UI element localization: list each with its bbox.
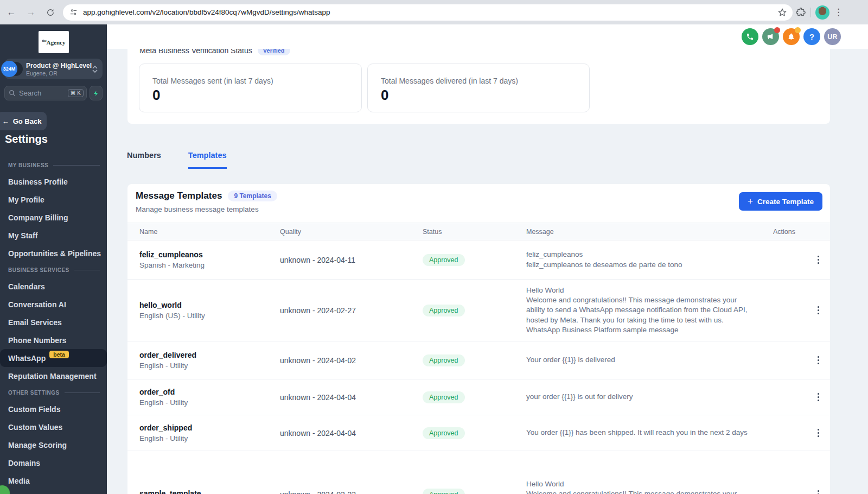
templates-table: Name Quality Status Message Actions feli… bbox=[127, 223, 830, 494]
extensions-icon[interactable] bbox=[796, 7, 806, 17]
sidebar-item-email-services[interactable]: Email Services bbox=[0, 313, 107, 331]
site-info-icon[interactable] bbox=[69, 8, 78, 16]
verification-label: Meta Business Verification Status bbox=[139, 49, 252, 55]
forward-icon[interactable]: → bbox=[23, 4, 39, 21]
sidebar-item-my-staff[interactable]: My Staff bbox=[0, 226, 107, 244]
main-content: Meta Business Verification Status Verifi… bbox=[107, 49, 868, 494]
template-language: English (US) - Utility bbox=[139, 312, 280, 320]
template-name: sample_template bbox=[139, 489, 280, 494]
sidebar-item-custom-values[interactable]: Custom Values bbox=[0, 418, 107, 436]
template-quality: unknown - 2024-02-22 bbox=[280, 490, 423, 494]
chevron-updown-icon bbox=[92, 66, 98, 73]
template-name: hello_world bbox=[139, 301, 280, 309]
sidebar: theAgency 324M Product @ HighLevel Eugen… bbox=[0, 24, 107, 494]
col-name: Name bbox=[127, 228, 280, 236]
templates-count-badge: 9 Templates bbox=[228, 191, 277, 201]
template-quality: unknown - 2024-04-11 bbox=[280, 256, 423, 264]
search-field[interactable]: ⌘ K bbox=[4, 86, 87, 100]
help-button[interactable]: ? bbox=[803, 28, 820, 45]
phone-button[interactable] bbox=[742, 28, 758, 45]
beta-badge: beta bbox=[49, 351, 69, 358]
section-label-my-business: MY BUSINESS bbox=[8, 162, 48, 168]
templates-subtitle: Manage business message templates bbox=[136, 205, 277, 213]
sidebar-item-business-profile[interactable]: Business Profile bbox=[0, 173, 107, 191]
status-badge: Approved bbox=[423, 489, 465, 494]
browser-profile-avatar[interactable] bbox=[815, 5, 829, 20]
row-actions-icon[interactable] bbox=[807, 427, 830, 440]
col-status: Status bbox=[423, 228, 526, 236]
template-language: Spanish - Marketing bbox=[139, 261, 280, 269]
template-message: your order {{1}} is out for delivery bbox=[526, 392, 773, 402]
row-actions-icon[interactable] bbox=[807, 304, 830, 317]
go-back-button[interactable]: ← Go Back bbox=[0, 112, 47, 130]
announcements-button[interactable] bbox=[762, 28, 779, 45]
location-switcher[interactable]: 324M Product @ HighLevel Eugene, OR bbox=[4, 59, 103, 79]
quick-actions-button[interactable] bbox=[90, 86, 103, 100]
col-actions: Actions bbox=[773, 228, 830, 236]
chat-widget[interactable] bbox=[0, 485, 10, 494]
status-badge: Approved bbox=[423, 305, 465, 316]
sidebar-item-reputation-management[interactable]: Reputation Management bbox=[0, 367, 107, 385]
stat-label: Total Messages delivered (in last 7 days… bbox=[381, 77, 589, 85]
notification-dot bbox=[774, 27, 780, 33]
bookmark-star-icon[interactable] bbox=[777, 8, 787, 17]
browser-menu-icon[interactable]: ⋮ bbox=[829, 8, 847, 17]
logo-prefix: the bbox=[42, 39, 47, 42]
table-row: order_shipped English - Utility unknown … bbox=[127, 415, 830, 451]
settings-nav: MY BUSINESS Business Profile My Profile … bbox=[0, 157, 107, 485]
sidebar-item-custom-fields[interactable]: Custom Fields bbox=[0, 400, 107, 418]
sidebar-item-phone-numbers[interactable]: Phone Numbers bbox=[0, 331, 107, 349]
create-template-button[interactable]: + Create Template bbox=[739, 192, 822, 211]
stat-value: 0 bbox=[381, 87, 589, 104]
template-message: You order {{1}} has been shipped. It wil… bbox=[526, 428, 773, 438]
sidebar-item-calendars[interactable]: Calendars bbox=[0, 277, 107, 295]
notifications-button[interactable] bbox=[783, 28, 800, 45]
sidebar-item-conversation-ai[interactable]: Conversation AI bbox=[0, 295, 107, 313]
location-name: Product @ HighLevel bbox=[26, 62, 92, 69]
user-avatar[interactable]: UR bbox=[824, 28, 841, 45]
tab-templates[interactable]: Templates bbox=[188, 151, 227, 169]
row-actions-icon[interactable] bbox=[807, 391, 830, 404]
stat-card-sent: Total Messages sent (in last 7 days) 0 bbox=[139, 64, 362, 112]
template-language: English - Utility bbox=[139, 434, 280, 442]
template-quality: unknown - 2024-04-04 bbox=[280, 429, 423, 438]
sidebar-item-media[interactable]: Media bbox=[0, 472, 107, 485]
table-row: sample_template unknown - 2024-02-22 App… bbox=[127, 451, 830, 494]
row-actions-icon[interactable] bbox=[807, 488, 830, 494]
sidebar-item-my-profile[interactable]: My Profile bbox=[0, 191, 107, 208]
url-text[interactable]: app.gohighlevel.com/v2/location/bbdl5v24… bbox=[83, 8, 777, 16]
template-name: order_ofd bbox=[139, 388, 280, 396]
lightning-icon bbox=[93, 90, 99, 97]
location-badge: 324M bbox=[1, 61, 17, 77]
address-bar[interactable]: app.gohighlevel.com/v2/location/bbdl5v24… bbox=[63, 4, 793, 21]
verification-card: Meta Business Verification Status Verifi… bbox=[127, 49, 830, 124]
search-input[interactable] bbox=[19, 89, 68, 97]
back-arrow-icon: ← bbox=[2, 117, 9, 125]
template-quality: unknown - 2024-02-27 bbox=[280, 306, 423, 315]
row-actions-icon[interactable] bbox=[807, 354, 830, 367]
table-row: order_delivered English - Utility unknow… bbox=[127, 341, 830, 379]
reload-icon[interactable] bbox=[42, 4, 59, 21]
sidebar-item-manage-scoring[interactable]: Manage Scoring bbox=[0, 436, 107, 454]
sidebar-item-opportunities-pipelines[interactable]: Opportunities & Pipelines bbox=[0, 244, 107, 262]
sidebar-item-company-billing[interactable]: Company Billing bbox=[0, 208, 107, 226]
settings-title: Settings bbox=[5, 133, 48, 145]
location-city: Eugene, OR bbox=[26, 70, 92, 77]
col-quality: Quality bbox=[280, 228, 423, 236]
section-label-other-settings: OTHER SETTINGS bbox=[8, 390, 60, 396]
table-header-row: Name Quality Status Message Actions bbox=[127, 223, 830, 240]
sidebar-item-domains[interactable]: Domains bbox=[0, 454, 107, 472]
sidebar-item-whatsapp[interactable]: WhatsApp beta bbox=[0, 349, 107, 367]
table-row: order_ofd English - Utility unknown - 20… bbox=[127, 379, 830, 415]
status-badge: Approved bbox=[423, 354, 465, 366]
phone-icon bbox=[746, 33, 754, 41]
go-back-label: Go Back bbox=[13, 117, 42, 125]
table-row: hello_world English (US) - Utility unkno… bbox=[127, 280, 830, 341]
template-language: English - Utility bbox=[139, 362, 280, 370]
back-icon[interactable]: ← bbox=[3, 4, 20, 21]
row-actions-icon[interactable] bbox=[807, 254, 830, 267]
stat-card-delivered: Total Messages delivered (in last 7 days… bbox=[367, 64, 590, 112]
template-name: order_delivered bbox=[139, 351, 280, 359]
template-quality: unknown - 2024-04-02 bbox=[280, 356, 423, 365]
tab-numbers[interactable]: Numbers bbox=[127, 151, 161, 169]
